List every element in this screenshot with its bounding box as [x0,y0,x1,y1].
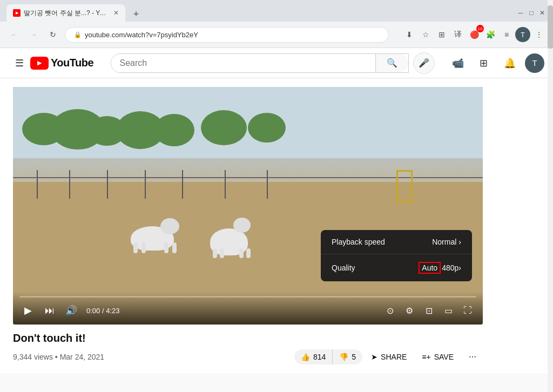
bookmark-icon[interactable]: ☆ [418,27,433,42]
lock-icon: 🔒 [74,31,82,38]
video-meta: 9,344 views • Mar 24, 2021 👍 814 👎 [13,349,483,364]
menu-bar-icon[interactable]: ≡ [499,27,514,42]
tab-favicon [13,9,21,17]
next-button[interactable]: ⏭ [41,302,58,319]
fullscreen-button[interactable]: ⛶ [459,302,476,319]
url-text: youtube.com/watch?v=7psyidYb2eY [85,31,198,39]
youtube-logo-text: YouTube [51,57,93,69]
save-label: SAVE [434,353,454,361]
scrollbar[interactable] [548,0,553,373]
video-title: Don't touch it! [13,331,483,345]
dog-1 [131,215,179,253]
quality-option[interactable]: Quality Auto 480p › [321,254,472,281]
quality-value-480: 480p [442,263,458,272]
fence-post [225,170,226,199]
publish-date: Mar 24, 2021 [60,353,105,361]
main-content: Playback speed Normal › Quality Auto 480… [0,78,553,373]
address-bar[interactable]: 🔒 youtube.com/watch?v=7psyidYb2eY [65,27,389,43]
search-box: 🔍 [111,53,409,73]
browser-tabs: 딸기공 뺏어 주실 분...? - YouTub ✕ + [6,4,144,22]
progress-bar[interactable] [19,296,476,298]
search-input[interactable] [111,54,375,72]
share-button[interactable]: ➤ SHARE [365,349,413,364]
video-controls: ▶ ⏭ 🔊 0:00 / 4:23 ⊙ ⚙ ⊡ ▭ [13,292,483,325]
thumbs-down-icon: 👎 [339,353,348,361]
dog-2 [210,218,253,258]
fence-post [182,170,183,199]
browser-tab-active[interactable]: 딸기공 뺏어 주실 분...? - YouTub ✕ [6,4,125,22]
dislike-button[interactable]: 👎 5 [333,349,362,364]
youtube-header: ☰ YouTube 🔍 🎤 📹 ⊞ 🔔 T [0,48,553,78]
settings-menu: Playback speed Normal › Quality Auto 480… [321,230,472,281]
tree-patch [201,110,247,145]
playback-speed-value: Normal [432,238,456,246]
address-actions: ⬇ ☆ ⊞ 译 🔴 10 🧩 ≡ T ⋮ [402,27,547,42]
playback-speed-label: Playback speed [332,238,432,246]
controls-right: ⊙ ⚙ ⊡ ▭ ⛶ [381,302,476,319]
fence-post [267,170,268,199]
like-button[interactable]: 👍 814 [294,349,333,364]
share-label: SHARE [381,353,407,361]
tab-title: 딸기공 뺏어 주실 분...? - YouTub [24,9,108,18]
notifications-button[interactable]: 🔔 [499,52,521,74]
header-actions: 📹 ⊞ 🔔 T [447,52,544,74]
close-button[interactable]: ✕ [538,9,547,17]
playback-speed-arrow: › [458,238,461,246]
more-icon: ⋯ [469,353,476,361]
video-stats: 9,344 views • Mar 24, 2021 [13,353,104,361]
browser-profile-avatar[interactable]: T [515,27,530,42]
apps-button[interactable]: ⊞ [473,52,495,74]
browser-title-bar: 딸기공 뺏어 주실 분...? - YouTub ✕ + ─ □ ✕ [0,0,553,22]
puzzle-icon[interactable]: 🧩 [483,27,498,42]
playback-speed-option[interactable]: Playback speed Normal › [321,230,472,254]
tab-close-btn[interactable]: ✕ [113,9,119,17]
create-video-button[interactable]: 📹 [447,52,469,74]
like-count: 814 [313,353,326,361]
tree-group [13,106,483,172]
fence-post [37,170,38,199]
quality-label: Quality [332,263,419,272]
time-display: 0:00 / 4:23 [86,307,119,315]
forward-button[interactable]: → [26,27,41,42]
fence-post [145,170,146,199]
quality-value-auto: Auto [419,262,441,274]
extensions-grid-icon[interactable]: ⊞ [434,27,449,42]
search-container: 🔍 🎤 [111,52,435,74]
window-controls: ─ □ ✕ [516,9,547,17]
save-button[interactable]: ≡+ SAVE [415,349,460,364]
search-button[interactable]: 🔍 [375,54,408,72]
translate-icon[interactable]: 译 [450,27,466,42]
video-player[interactable]: Playback speed Normal › Quality Auto 480… [13,87,483,325]
volume-button[interactable]: 🔊 [63,302,80,319]
voice-search-button[interactable]: 🎤 [413,52,435,74]
tree-patch [154,114,194,146]
download-icon[interactable]: ⬇ [402,27,417,42]
browser-chrome: 딸기공 뺏어 주실 분...? - YouTub ✕ + ─ □ ✕ ← → ↻… [0,0,553,48]
youtube-logo[interactable]: YouTube [30,57,93,70]
user-avatar[interactable]: T [525,53,544,73]
video-container: Playback speed Normal › Quality Auto 480… [13,87,483,364]
save-icon: ≡+ [422,353,430,361]
play-button[interactable]: ▶ [19,302,37,319]
notification-btn[interactable]: 🔴 10 [467,27,482,42]
back-button[interactable]: ← [6,27,22,42]
likes-container: 👍 814 👎 5 [294,349,362,364]
dislike-count: 5 [352,353,356,361]
maximize-button[interactable]: □ [527,9,536,17]
minimize-button[interactable]: ─ [516,9,525,17]
reload-button[interactable]: ↻ [45,27,60,42]
browser-address-bar: ← → ↻ 🔒 youtube.com/watch?v=7psyidYb2eY … [0,22,553,48]
miniplayer-button[interactable]: ⊡ [420,302,437,319]
settings-button[interactable]: ⚙ [401,302,418,319]
browser-more-btn[interactable]: ⋮ [531,27,547,42]
cast-button[interactable]: ⊙ [381,302,399,319]
hamburger-menu-button[interactable]: ☰ [9,52,30,74]
more-actions-button[interactable]: ⋯ [462,349,483,364]
scrollbar-thumb[interactable] [548,5,553,49]
theater-mode-button[interactable]: ▭ [440,302,457,319]
share-icon: ➤ [371,353,377,361]
playground-structure [396,170,413,202]
youtube-logo-icon [30,57,49,70]
new-tab-button[interactable]: + [129,6,144,22]
tree-patch [248,113,286,143]
